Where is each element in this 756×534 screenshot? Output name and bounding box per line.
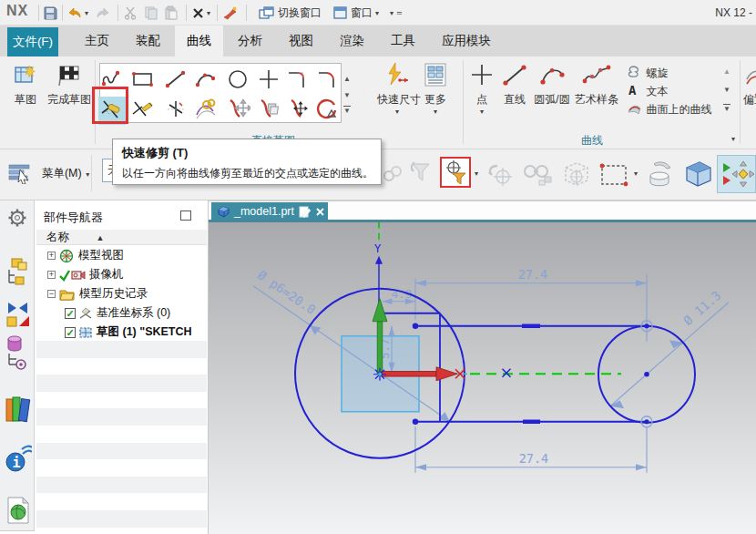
find-component-button[interactable] xyxy=(521,162,554,191)
chamfer-button[interactable] xyxy=(312,65,342,94)
more-button[interactable]: 更多 ▾ xyxy=(417,61,454,116)
column-header-name[interactable]: 名称 ▲ xyxy=(36,230,207,245)
graphics-window[interactable]: 27.4 27.4 4.9 5.7 Ø p6=20.0 Ø 11.3 xyxy=(209,222,756,534)
point-button[interactable] xyxy=(254,65,283,94)
list-expand[interactable]: ▼ xyxy=(723,104,730,113)
cut-button[interactable] xyxy=(123,4,138,22)
gallery-scroll-down[interactable]: ▼ xyxy=(343,91,351,99)
save-button[interactable] xyxy=(43,4,58,22)
redo-button[interactable] xyxy=(95,4,111,22)
show-only-button[interactable] xyxy=(558,159,593,193)
line-button[interactable] xyxy=(161,65,190,94)
collapse-icon[interactable]: − xyxy=(47,290,56,298)
move-face-button[interactable] xyxy=(717,155,756,193)
offset-curve-button[interactable] xyxy=(191,95,220,124)
tree-row-model-history[interactable]: − 模型历史记录 xyxy=(36,284,207,303)
gallery-expand[interactable]: ▼ xyxy=(343,106,351,115)
quick-dimension-button[interactable]: 快速尺寸 ▾ xyxy=(377,61,417,116)
copy-curve-button[interactable] xyxy=(282,95,312,124)
tab-curve[interactable]: 曲线 xyxy=(175,26,223,56)
copy-button[interactable] xyxy=(144,4,158,22)
close-tab-icon[interactable] xyxy=(315,207,325,217)
quick-extend-button[interactable] xyxy=(128,95,158,124)
spline-tool-button[interactable]: 艺术样条 xyxy=(574,61,619,108)
tree-row-cameras[interactable]: + 摄像机 xyxy=(36,265,207,284)
sketch-button[interactable]: 草图 xyxy=(7,63,44,108)
rectangle-button[interactable] xyxy=(128,65,158,94)
assembly-navigator-icon[interactable] xyxy=(5,257,30,290)
window-dropdown[interactable]: ▾ xyxy=(375,9,379,17)
switch-window-button[interactable]: 切换窗口 xyxy=(259,4,322,22)
curve-on-surface-button[interactable]: 曲面上的曲线 xyxy=(627,100,711,118)
finish-sketch-button[interactable]: 完成草图 xyxy=(46,63,93,108)
point-tool-button[interactable]: 点 ▾ xyxy=(467,61,496,116)
arc-tool-label: 圆弧/圆 xyxy=(531,92,573,108)
tab-view[interactable]: 视图 xyxy=(277,26,325,56)
tab-analysis[interactable]: 分析 xyxy=(226,26,274,56)
sketch-tools-gallery xyxy=(99,63,342,123)
make-corner-button[interactable] xyxy=(161,95,190,124)
window-button[interactable]: 窗口 ▾ xyxy=(333,4,379,22)
tab-application[interactable]: 应用模块 xyxy=(430,26,503,56)
tab-home[interactable]: 主页 xyxy=(73,26,121,56)
part-navigator-icon[interactable] xyxy=(5,334,30,374)
gallery-scroll-up[interactable]: ▲ xyxy=(343,75,351,83)
tree-row-model-views[interactable]: + 模型视图 xyxy=(36,246,207,265)
panel-dock-icon[interactable] xyxy=(180,211,191,221)
undo-dropdown[interactable]: ▾ xyxy=(85,9,88,17)
expand-icon[interactable]: + xyxy=(47,271,56,279)
snap-point-button[interactable] xyxy=(440,157,471,188)
text-button[interactable]: A 文本 xyxy=(627,82,668,99)
expand-icon[interactable]: + xyxy=(47,252,56,260)
web-browser-icon[interactable] xyxy=(6,496,30,529)
repeat-command-button[interactable] xyxy=(222,4,239,22)
tab-tools[interactable]: 工具 xyxy=(379,26,427,56)
point-dropdown[interactable]: ▾ xyxy=(467,108,496,116)
arc-button[interactable] xyxy=(191,65,220,94)
delete-button[interactable]: ▾ xyxy=(191,4,210,22)
svg-text:i: i xyxy=(13,455,21,471)
roles-gear-icon[interactable] xyxy=(7,208,27,231)
constraint-navigator-icon[interactable] xyxy=(5,299,30,332)
delete-dropdown[interactable]: ▾ xyxy=(207,9,210,17)
more-dropdown[interactable]: ▾ xyxy=(417,108,454,116)
arc-tool-button[interactable]: 圆弧/圆 xyxy=(531,61,573,108)
checkbox-checked[interactable]: ✓ xyxy=(65,308,76,319)
menu-button[interactable]: 菜单(M) ▾ xyxy=(7,162,89,184)
tree-row-sketch[interactable]: ✓ 草图 (1) "SKETCH xyxy=(36,323,207,342)
part-tab[interactable]: _model1.prt xyxy=(211,202,328,221)
group-label-curve: 曲线 xyxy=(565,133,619,149)
toolbar-overflow[interactable]: ▾≂ xyxy=(390,4,403,22)
helix-label: 螺旋 xyxy=(646,67,668,79)
extrude-cut-button[interactable] xyxy=(643,157,678,195)
internet-help-icon[interactable]: i xyxy=(5,445,32,478)
tab-render[interactable]: 渲染 xyxy=(328,26,376,56)
select-rectangle-button[interactable] xyxy=(598,160,632,193)
snap-point-dropdown[interactable]: ▾ xyxy=(475,169,478,178)
paste-button[interactable] xyxy=(164,4,179,22)
pattern-curve-button[interactable] xyxy=(254,95,283,124)
helix-button[interactable]: 螺旋 xyxy=(627,64,668,81)
list-scroll-up[interactable]: ▲ xyxy=(723,67,730,76)
polygon-button[interactable] xyxy=(312,95,342,124)
chain-icon-button[interactable] xyxy=(382,164,404,188)
curve-group-dialog[interactable]: ▾ xyxy=(731,135,735,143)
menu-dropdown[interactable]: ▾ xyxy=(86,170,89,179)
undo-button[interactable]: ▾ xyxy=(66,4,88,22)
fillet-button[interactable] xyxy=(282,65,312,94)
tab-assembly[interactable]: 装配 xyxy=(124,26,172,56)
checkbox-checked[interactable]: ✓ xyxy=(65,327,76,338)
circle-button[interactable] xyxy=(223,65,252,94)
line-tool-button[interactable]: 直线 xyxy=(499,61,530,108)
section-view-button[interactable] xyxy=(681,157,714,195)
tab-file[interactable]: 文件(F) xyxy=(7,27,58,56)
partial-next-group[interactable]: 偏置 xyxy=(743,61,756,108)
move-curve-button[interactable] xyxy=(223,95,252,124)
select-rectangle-dropdown[interactable]: ▾ xyxy=(634,169,638,178)
orient-view-button[interactable] xyxy=(485,160,516,191)
quick-dimension-dropdown[interactable]: ▾ xyxy=(377,108,417,116)
reuse-library-icon[interactable] xyxy=(5,394,31,428)
list-scroll-down[interactable]: ▼ xyxy=(723,86,730,94)
tree-row-datum-csys[interactable]: ✓ 基准坐标系 (0) xyxy=(36,303,207,323)
filter-reset-button[interactable] xyxy=(407,160,434,190)
